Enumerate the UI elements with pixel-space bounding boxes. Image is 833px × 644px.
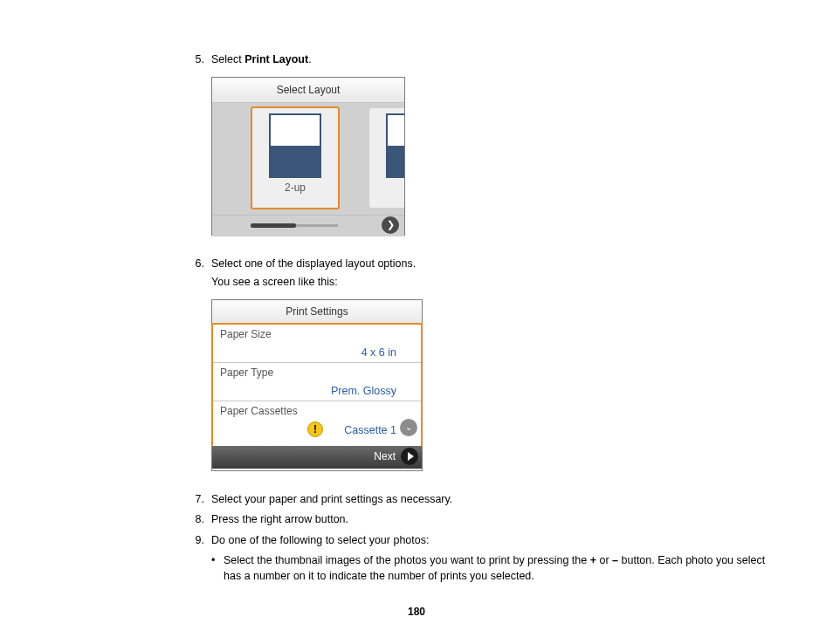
warning-icon: ! [307, 421, 323, 437]
step-body: Do one of the following to select your p… [211, 533, 781, 549]
setting-label: Paper Type [220, 367, 273, 379]
next-label: Next [374, 450, 396, 462]
setting-paper-size[interactable]: Paper Size 4 x 6 in [213, 325, 421, 363]
layout-label: 2-up [252, 182, 338, 194]
next-button-icon[interactable] [401, 448, 418, 465]
scroll-right-icon[interactable]: ❯ [382, 216, 399, 234]
setting-paper-type[interactable]: Paper Type Prem. Glossy [213, 363, 421, 401]
setting-label: Paper Cassettes [220, 405, 298, 417]
layout-label: 4- [369, 182, 404, 194]
step-body: Select your paper and print settings as … [211, 492, 781, 508]
bold-text: – [612, 554, 618, 566]
text: or [596, 554, 612, 566]
scroll-thumb[interactable] [251, 223, 296, 228]
step-7: 7. Select your paper and print settings … [183, 492, 781, 508]
footer-bar: Next [212, 446, 422, 469]
step-body: Select Print Layout. [211, 52, 781, 68]
text: Select the thumbnail images of the photo… [224, 554, 590, 566]
step-body: Select one of the displayed layout optio… [211, 257, 781, 291]
text: You see a screen like this: [211, 275, 781, 291]
step-6: 6. Select one of the displayed layout op… [183, 257, 781, 291]
scroll-down-icon[interactable]: ⌄ [400, 419, 417, 436]
screen-title: Select Layout [212, 78, 404, 103]
bullet-text: Select the thumbnail images of the photo… [224, 553, 781, 584]
setting-paper-cassettes[interactable]: Paper Cassettes ! Cassette 1 ⌄ [213, 401, 421, 440]
bullet-icon: • [211, 553, 224, 584]
screenshot-print-settings: Print Settings Paper Size 4 x 6 in Paper… [211, 299, 423, 471]
setting-value: Cassette 1 [344, 424, 396, 436]
setting-value: 4 x 6 in [361, 346, 396, 359]
text: Select one of the displayed layout optio… [211, 257, 781, 272]
layout-option-2up[interactable]: 2-up [251, 106, 340, 209]
text: Select [211, 53, 244, 65]
bullet-item: • Select the thumbnail images of the pho… [211, 553, 781, 584]
page-number: 180 [0, 606, 833, 618]
manual-page: 5. Select Print Layout. Select Layout 2-… [0, 0, 833, 584]
layout-option-4[interactable]: 4- [369, 108, 404, 208]
step-number: 9. [183, 533, 211, 549]
scroll-bar: ❯ [212, 215, 404, 236]
step-number: 5. [183, 52, 211, 68]
layout-canvas: 2-up 4- [212, 103, 404, 215]
step-number: 7. [183, 492, 211, 508]
layout-thumbnail [386, 113, 404, 178]
step-9: 9. Do one of the following to select you… [183, 533, 781, 549]
setting-label: Paper Size [220, 328, 272, 340]
step-number: 6. [183, 257, 211, 291]
step-body: Press the right arrow button. [211, 512, 781, 528]
bold-text: + [590, 554, 596, 566]
setting-value: Prem. Glossy [331, 385, 396, 397]
layout-thumbnail [269, 113, 321, 178]
step-8: 8. Press the right arrow button. [183, 512, 781, 528]
text: . [308, 53, 311, 65]
step-number: 8. [183, 512, 211, 528]
screen-title: Print Settings [212, 300, 422, 324]
settings-list: Paper Size 4 x 6 in Paper Type Prem. Glo… [211, 323, 423, 447]
bold-text: Print Layout [244, 53, 308, 65]
step-5: 5. Select Print Layout. [183, 52, 781, 68]
screenshot-select-layout: Select Layout 2-up 4- ❯ [211, 77, 405, 236]
